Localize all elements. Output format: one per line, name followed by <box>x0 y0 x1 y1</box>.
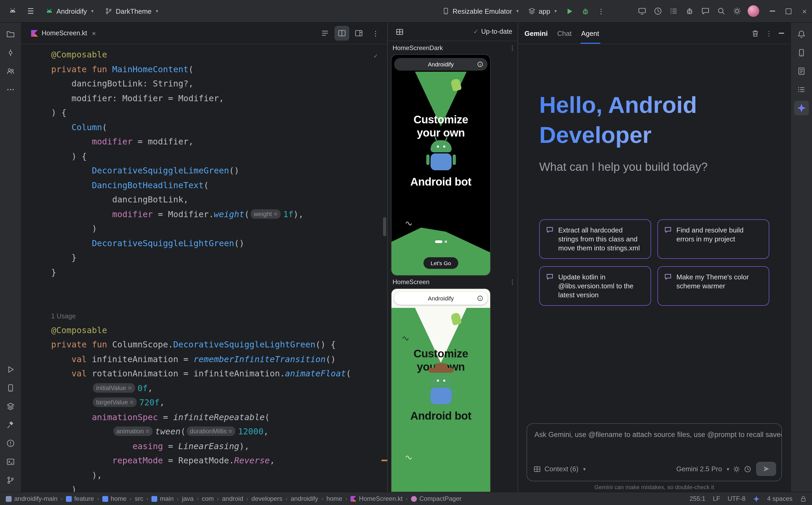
breadcrumb-item[interactable]: home <box>102 495 127 502</box>
suggestion-card[interactable]: Make my Theme's color scheme warmer <box>658 266 769 306</box>
code-line[interactable] <box>51 279 387 294</box>
minimize-window-icon[interactable] <box>770 11 775 11</box>
close-window-icon[interactable]: × <box>802 7 807 15</box>
run-configuration-selector[interactable]: app ▾ <box>524 5 561 17</box>
code-line[interactable]: Column( <box>51 120 387 134</box>
preview-more-icon[interactable]: ⋮ <box>509 44 515 52</box>
tab-options-icon[interactable]: ⋮ <box>368 26 383 41</box>
close-tab-icon[interactable]: × <box>92 29 96 37</box>
code-line[interactable]: easing = LinearEasing), <box>51 439 387 453</box>
suggestion-card[interactable]: Update kotlin in @libs.version.toml to t… <box>539 266 651 306</box>
settings-icon[interactable] <box>730 4 744 18</box>
code-line[interactable]: ) <box>51 482 387 492</box>
breadcrumb-item[interactable]: developers <box>251 495 283 502</box>
code-line[interactable] <box>51 294 387 308</box>
code-line[interactable]: } <box>51 250 387 265</box>
editor-scrollbar-thumb[interactable] <box>383 217 386 236</box>
breadcrumb-item[interactable]: HomeScreen.kt <box>350 495 403 502</box>
code-line[interactable]: val infiniteAnimation = rememberInfinite… <box>51 352 387 366</box>
more-tool-windows-icon[interactable] <box>3 82 18 97</box>
more-actions-icon[interactable]: ⋮ <box>594 4 608 18</box>
code-line[interactable]: targetValue =720f, <box>51 395 387 410</box>
code-line[interactable]: private fun MainHomeContent( <box>51 62 387 76</box>
debug-button[interactable] <box>578 4 592 18</box>
design-view-icon[interactable] <box>351 26 366 41</box>
breadcrumb-item[interactable]: src <box>134 495 144 502</box>
code-line[interactable]: animationSpec = infiniteRepeatable( <box>51 410 387 425</box>
code-line[interactable]: ), <box>51 468 387 482</box>
gemini-settings-icon[interactable] <box>733 465 740 473</box>
code-line[interactable]: 1 Usage <box>51 308 387 323</box>
code-line[interactable]: val rotationAnimation = infiniteAnimatio… <box>51 366 387 381</box>
run-tool-icon[interactable] <box>3 362 18 377</box>
code-line[interactable]: modifier = modifier, <box>51 134 387 149</box>
code-line[interactable]: modifier = Modifier.weight(weight =1f), <box>51 207 387 221</box>
running-devices-panel-icon[interactable] <box>794 45 809 60</box>
code-line[interactable]: @Composable <box>51 47 387 62</box>
code-line[interactable]: ) { <box>51 149 387 163</box>
run-button[interactable] <box>562 4 577 18</box>
gemini-more-icon[interactable]: ⋮ <box>766 29 773 37</box>
app-quality-insights-icon[interactable] <box>794 64 809 78</box>
search-icon[interactable] <box>714 4 729 18</box>
device-mirroring-icon[interactable] <box>635 4 650 18</box>
code-line[interactable]: initialValue =0f, <box>51 381 387 395</box>
project-selector[interactable]: Androidify ▾ <box>41 5 98 17</box>
hide-panel-icon[interactable] <box>779 33 784 33</box>
ai-spark-icon[interactable] <box>753 495 760 502</box>
code-line[interactable]: repeatMode = RepeatMode.Reverse, <box>51 453 387 468</box>
preview-scroll-area[interactable]: HomeScreenDark ⋮ Androidify Customize yo… <box>388 41 517 492</box>
suggestion-card[interactable]: Extract all hardcoded strings from this … <box>539 219 651 259</box>
encoding-indicator[interactable]: UTF-8 <box>727 495 745 502</box>
editor-tab[interactable]: HomeScreen.kt × <box>26 23 101 43</box>
code-line[interactable]: DancingBotHeadlineText( <box>51 178 387 192</box>
breadcrumb-item[interactable]: com <box>201 495 214 502</box>
caret-position[interactable]: 255:1 <box>690 495 705 502</box>
code-line[interactable]: DecorativeSquiggleLimeGreen() <box>51 163 387 178</box>
code-line[interactable]: ) { <box>51 106 387 120</box>
code-editor[interactable]: @Composableprivate fun MainHomeContent( … <box>22 44 387 492</box>
breadcrumb-item[interactable]: feature <box>65 495 95 502</box>
code-line[interactable]: dancingBotLink, <box>51 192 387 207</box>
pull-requests-icon[interactable] <box>3 64 18 78</box>
context-selector[interactable]: Context (6) <box>545 465 579 473</box>
gemini-icon[interactable] <box>794 101 809 116</box>
code-line[interactable]: private fun ColumnScope.DecorativeSquigg… <box>51 337 387 352</box>
commit-icon[interactable] <box>3 45 18 60</box>
breadcrumb-item[interactable]: CompactPager <box>410 495 462 502</box>
version-control-icon[interactable] <box>3 473 18 488</box>
line-ending-indicator[interactable]: LF <box>713 495 720 502</box>
tab-agent[interactable]: Agent <box>581 23 599 44</box>
indent-indicator[interactable]: 4 spaces <box>767 495 793 502</box>
problems-icon[interactable] <box>3 436 18 451</box>
todo-list-icon[interactable] <box>666 4 681 18</box>
maximize-window-icon[interactable] <box>786 8 791 14</box>
lock-icon[interactable] <box>800 495 807 502</box>
breadcrumb-item[interactable]: android <box>222 495 244 502</box>
project-folder-icon[interactable] <box>3 27 18 42</box>
model-selector[interactable]: Gemini 2.5 Pro <box>676 465 722 473</box>
device-selector[interactable]: Resizable Emulator ▾ <box>438 5 523 17</box>
build-icon[interactable] <box>3 417 18 432</box>
gemini-input-box[interactable]: Ask Gemini, use @filename to attach sour… <box>527 423 782 481</box>
suggestion-card[interactable]: Find and resolve build errors in my proj… <box>658 219 769 259</box>
assistant-icon[interactable] <box>794 82 809 97</box>
history-icon[interactable] <box>744 465 751 473</box>
running-devices-icon[interactable] <box>3 381 18 395</box>
notifications-icon[interactable] <box>794 27 809 42</box>
breadcrumb-item[interactable]: main <box>151 495 174 502</box>
terminal-icon[interactable] <box>3 454 18 469</box>
breadcrumb-item[interactable]: home <box>326 495 343 502</box>
code-line[interactable]: animation =tween(durationMillis =12000, <box>51 425 387 439</box>
code-line[interactable]: dancingBotLink: String?, <box>51 76 387 91</box>
breadcrumb-item[interactable]: androidify-main <box>5 495 58 502</box>
profiler-icon[interactable] <box>651 4 665 18</box>
code-line[interactable]: DecorativeSquiggleLightGreen() <box>51 236 387 250</box>
tab-chat[interactable]: Chat <box>557 23 572 44</box>
code-line[interactable]: modifier: Modifier = Modifier, <box>51 91 387 106</box>
preview-more-icon[interactable]: ⋮ <box>509 278 515 286</box>
studio-bot-icon[interactable] <box>682 4 697 18</box>
build-variants-icon[interactable] <box>3 399 18 414</box>
breadcrumb-item[interactable]: java <box>182 495 194 502</box>
preview-layout-icon[interactable] <box>393 25 406 38</box>
